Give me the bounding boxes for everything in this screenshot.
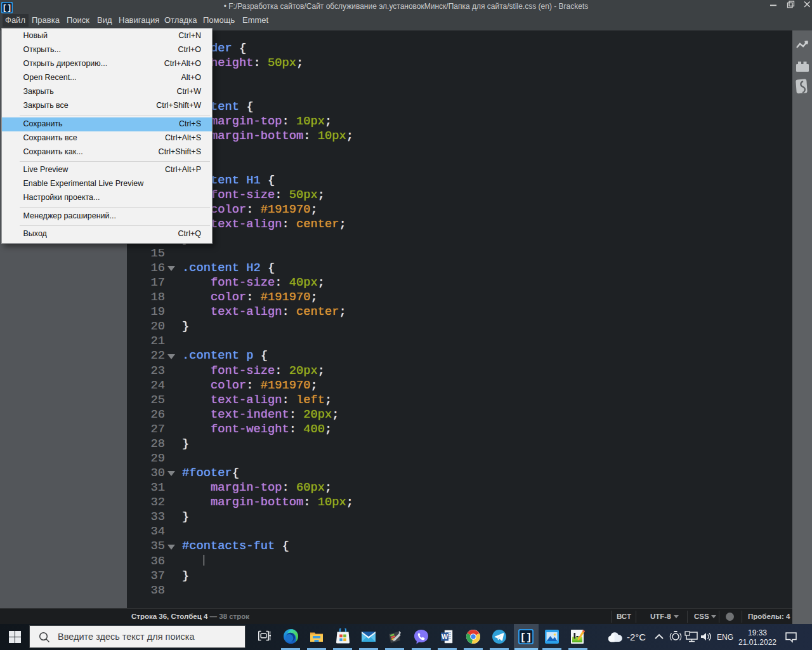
svg-text:[]: [] [520, 632, 532, 644]
svg-text:W: W [442, 633, 448, 640]
